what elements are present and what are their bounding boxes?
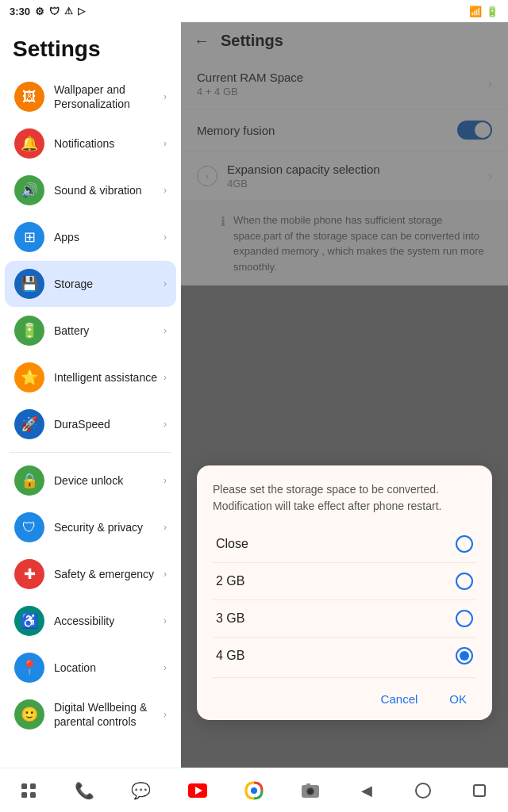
status-time: 3:30 <box>10 6 30 17</box>
sidebar-chevron-duraspeed: › <box>164 419 167 430</box>
sidebar-label-location: Location <box>54 661 164 675</box>
svg-point-12 <box>416 783 430 798</box>
sound-icon: 🔊 <box>14 175 44 205</box>
battery-icon: 🔋 <box>14 316 44 346</box>
svg-rect-1 <box>30 783 36 789</box>
sidebar-chevron-device-unlock: › <box>164 475 167 486</box>
chrome-nav-icon[interactable] <box>238 775 270 806</box>
duraspeed-icon: 🚀 <box>14 409 44 439</box>
dialog-actions: Cancel OK <box>213 677 476 720</box>
svg-rect-13 <box>474 785 485 796</box>
camera-nav-icon[interactable] <box>294 775 326 806</box>
expansion-dialog: Please set the storage space to be conve… <box>197 465 492 720</box>
svg-rect-3 <box>30 792 36 798</box>
digital-wellbeing-icon: 🙂 <box>14 699 44 730</box>
settings-status-icon: ⚙ <box>35 6 44 17</box>
sidebar-label-sound: Sound & vibration <box>54 183 164 197</box>
sidebar-item-device-unlock[interactable]: 🔒Device unlock› <box>5 458 176 504</box>
svg-point-10 <box>308 788 314 794</box>
back-nav-icon[interactable]: ◀ <box>351 775 383 806</box>
sidebar-chevron-digital-wellbeing: › <box>164 709 167 720</box>
youtube-nav-icon[interactable] <box>182 775 214 806</box>
security-icon: 🛡 <box>14 512 44 542</box>
notifications-icon: 🔔 <box>14 128 44 159</box>
dialog-ok-button[interactable]: OK <box>443 689 473 709</box>
sidebar: Settings 🖼Wallpaper and Personalization›… <box>0 22 181 768</box>
sidebar-label-digital-wellbeing: Digital Wellbeing & parental controls <box>54 700 164 729</box>
sidebar-item-storage[interactable]: 💾Storage› <box>5 261 176 307</box>
sidebar-chevron-notifications: › <box>164 138 167 149</box>
chat-nav-icon[interactable]: 💬 <box>125 775 157 806</box>
sidebar-chevron-intelligent: › <box>164 372 167 383</box>
sidebar-chevron-location: › <box>164 662 167 673</box>
svg-rect-2 <box>21 792 27 798</box>
play-status-icon: ▷ <box>78 6 85 17</box>
svg-rect-11 <box>306 783 310 786</box>
grid-nav-icon[interactable] <box>13 775 44 806</box>
dialog-option-4gb[interactable]: 4 GB <box>213 638 476 674</box>
dialog-option-label-3gb: 3 GB <box>216 611 244 626</box>
dialog-option-2gb[interactable]: 2 GB <box>213 563 476 600</box>
sidebar-chevron-security: › <box>164 522 167 533</box>
sidebar-chevron-safety: › <box>164 569 167 580</box>
dialog-cancel-button[interactable]: Cancel <box>375 689 425 709</box>
safety-icon: ✚ <box>14 559 44 589</box>
sidebar-divider <box>10 452 171 453</box>
radio-close[interactable] <box>456 535 473 553</box>
sidebar-chevron-accessibility: › <box>164 615 167 626</box>
sidebar-item-sound[interactable]: 🔊Sound & vibration› <box>5 167 176 213</box>
sidebar-label-apps: Apps <box>54 230 164 244</box>
sidebar-item-duraspeed[interactable]: 🚀DuraSpeed› <box>5 401 176 447</box>
storage-icon: 💾 <box>14 269 44 299</box>
sidebar-label-storage: Storage <box>54 277 164 291</box>
radio-2gb[interactable] <box>456 573 473 590</box>
bottom-nav: 📞 💬 ◀ <box>0 768 508 812</box>
apps-icon: ⊞ <box>14 222 44 252</box>
location-icon: 📍 <box>14 653 44 683</box>
dialog-option-3gb[interactable]: 3 GB <box>213 600 476 638</box>
intelligent-icon: ⭐ <box>14 362 44 393</box>
svg-point-7 <box>251 787 257 794</box>
radio-4gb[interactable] <box>456 647 473 665</box>
dialog-option-close[interactable]: Close <box>213 526 476 563</box>
shield-status-icon: 🛡 <box>49 6 60 17</box>
sidebar-item-notifications[interactable]: 🔔Notifications› <box>5 121 176 167</box>
sidebar-item-battery[interactable]: 🔋Battery› <box>5 308 176 354</box>
dialog-option-label-close: Close <box>216 537 248 551</box>
phone-nav-icon[interactable]: 📞 <box>69 775 101 806</box>
sidebar-chevron-storage: › <box>164 278 167 289</box>
sidebar-chevron-apps: › <box>164 232 167 243</box>
sidebar-label-duraspeed: DuraSpeed <box>54 417 164 431</box>
sidebar-label-battery: Battery <box>54 324 164 338</box>
wifi-icon: 📶 <box>469 6 482 17</box>
status-bar: 3:30 ⚙ 🛡 ⚠ ▷ 📶 🔋 <box>0 0 508 22</box>
accessibility-icon: ♿ <box>14 606 44 636</box>
main-layout: Settings 🖼Wallpaper and Personalization›… <box>0 22 508 768</box>
sidebar-chevron-battery: › <box>164 325 167 336</box>
sidebar-item-intelligent[interactable]: ⭐Intelligent assistance› <box>5 354 176 400</box>
sidebar-label-safety: Safety & emergency <box>54 567 164 581</box>
sidebar-label-device-unlock: Device unlock <box>54 473 164 488</box>
sidebar-label-notifications: Notifications <box>54 136 164 151</box>
sidebar-label-intelligent: Intelligent assistance <box>54 370 164 385</box>
sidebar-title: Settings <box>0 22 181 73</box>
home-nav-icon[interactable] <box>407 775 439 806</box>
sidebar-item-accessibility[interactable]: ♿Accessibility› <box>5 598 176 644</box>
sidebar-label-wallpaper: Wallpaper and Personalization <box>54 82 164 111</box>
svg-rect-0 <box>21 783 27 789</box>
sidebar-item-wallpaper[interactable]: 🖼Wallpaper and Personalization› <box>5 74 176 120</box>
sidebar-item-safety[interactable]: ✚Safety & emergency› <box>5 551 176 597</box>
battery-icon: 🔋 <box>486 6 498 17</box>
sidebar-item-location[interactable]: 📍Location› <box>5 645 176 691</box>
recent-nav-icon[interactable] <box>464 775 495 806</box>
dialog-option-label-2gb: 2 GB <box>216 574 244 588</box>
radio-3gb[interactable] <box>456 610 473 627</box>
sidebar-item-security[interactable]: 🛡Security & privacy› <box>5 504 176 550</box>
sidebar-item-apps[interactable]: ⊞Apps› <box>5 214 176 260</box>
sidebar-chevron-wallpaper: › <box>164 91 167 102</box>
device-unlock-icon: 🔒 <box>14 465 44 496</box>
wallpaper-icon: 🖼 <box>14 82 44 112</box>
dialog-description: Please set the storage space to be conve… <box>213 481 476 515</box>
sidebar-item-digital-wellbeing[interactable]: 🙂Digital Wellbeing & parental controls› <box>5 691 176 737</box>
sidebar-chevron-sound: › <box>164 185 167 196</box>
